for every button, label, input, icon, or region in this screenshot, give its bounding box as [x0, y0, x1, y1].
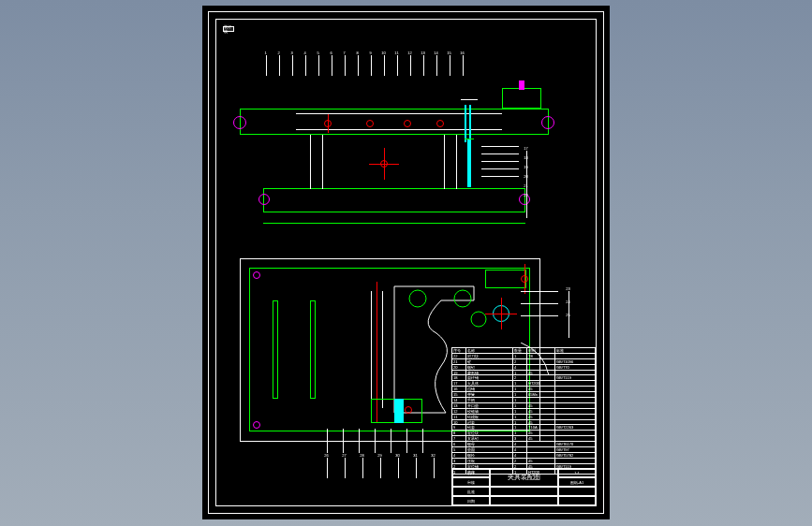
leader [391, 429, 391, 453]
parts-cell [527, 375, 555, 380]
svg-point-2 [471, 312, 486, 327]
parts-cell: 12 [452, 409, 466, 414]
parts-cell [555, 371, 596, 375]
cell: 图纸-A1 [558, 477, 596, 487]
balloon-number: 18 [524, 155, 528, 161]
parts-header-cell: 数量 [513, 348, 527, 353]
parts-cell: 45 [527, 409, 555, 414]
parts-cell [527, 453, 555, 458]
balloon-number: 20 [524, 174, 528, 180]
leader [481, 176, 519, 177]
balloon-number: 25 [566, 313, 570, 318]
parts-cell: 17 [452, 381, 466, 386]
cell: 审核 [452, 477, 490, 487]
locator-hole [404, 120, 411, 127]
cell [490, 487, 558, 496]
parts-cell: 18 [452, 375, 466, 380]
parts-cell: 8 [452, 431, 466, 435]
parts-cell: 1 [513, 381, 527, 386]
balloon-number: 3 [289, 51, 294, 55]
balloon-col-mid: 171819202122 [524, 146, 528, 198]
parts-cell [555, 387, 596, 391]
parts-cell: 15 [452, 392, 466, 397]
strut [444, 135, 445, 189]
parts-cell [527, 398, 555, 402]
parts-cell: 1 [513, 431, 527, 435]
balloon-number: 15 [447, 51, 451, 55]
parts-cell: 45 [527, 459, 555, 463]
balloon-number: 16 [460, 51, 465, 55]
parts-cell: 9 [452, 425, 466, 430]
balloon-number: 29 [377, 453, 382, 458]
locator-hole [366, 120, 374, 127]
balloon-number: 17 [524, 146, 528, 152]
parts-cell [555, 403, 596, 408]
cell: 批准 [452, 487, 490, 496]
parts-cell: 铰链轴 [466, 409, 513, 414]
leader [481, 161, 519, 162]
parts-cell: 2 [513, 459, 527, 463]
parts-cell: 挡销 [466, 387, 513, 391]
mount-hole [258, 194, 270, 205]
parts-cell: 4 [513, 365, 527, 370]
parts-cell [527, 447, 555, 452]
cell [490, 496, 558, 505]
balloon-row-top: 12345678910111213141516 [263, 51, 465, 55]
section-top [465, 139, 474, 139]
parts-cell: 螺钉 [466, 365, 513, 370]
drawing-sheet: 装订线 12345678910111213141516 [202, 6, 610, 519]
locator-hole [436, 120, 444, 127]
balloon-number: 5 [316, 51, 320, 55]
parts-cell [555, 398, 596, 402]
parts-cell: 1 [513, 387, 527, 391]
parts-cell [527, 442, 555, 446]
centerline-h [485, 314, 517, 314]
parts-header-cell: 标准 [555, 348, 596, 353]
corner-screw [253, 271, 260, 279]
parts-cell: 11 [452, 415, 466, 419]
parts-cell: 13 [452, 403, 466, 408]
parts-cell: 5 [452, 447, 466, 452]
parts-cell: 钻套 [466, 425, 513, 430]
parts-cell: 14 [452, 398, 466, 402]
parts-cell: 20 [452, 365, 466, 370]
parts-header-cell: 材料 [527, 348, 555, 353]
t-slot [310, 300, 316, 399]
parts-cell: 垫圈 [466, 447, 513, 452]
parts-cell: 45 [527, 436, 555, 441]
parts-cell: GB/T5782 [555, 453, 596, 458]
parts-cell: 21 [452, 359, 466, 364]
t-slot [273, 300, 278, 399]
bushing [469, 105, 471, 142]
leader [521, 303, 558, 304]
plate-edge [240, 258, 539, 259]
centerline-h [369, 164, 399, 165]
balloon-number: 14 [434, 51, 438, 55]
balloon-number: 10 [381, 51, 386, 55]
parts-cell: 1 [513, 415, 527, 419]
handle [519, 80, 524, 90]
mount-hole [233, 116, 246, 129]
parts-cell: 16 [452, 387, 466, 391]
parts-cell: 1 [513, 425, 527, 430]
balloon-number: 24 [566, 300, 570, 305]
centerline-v [328, 114, 329, 133]
parts-cell [555, 392, 596, 397]
balloon-number: 2 [276, 51, 281, 55]
cell: 日期 [452, 496, 490, 505]
base-lower-bar [263, 188, 525, 212]
balloon-number: 30 [395, 453, 400, 458]
parts-cell [527, 365, 555, 370]
parts-cell: 1 [513, 371, 527, 375]
parts-cell: 螺母 [466, 442, 513, 446]
center-slot-edge [382, 291, 383, 408]
centerline-v [524, 264, 525, 294]
parts-cell [555, 381, 596, 386]
parts-cell: 2 [513, 359, 527, 364]
center-slot-edge [371, 291, 372, 408]
strut [322, 135, 323, 189]
parts-cell: 压板 [466, 459, 513, 463]
parts-cell: 4 [513, 442, 527, 446]
parts-cell: GB/T6170 [555, 442, 596, 446]
leader [481, 168, 519, 169]
